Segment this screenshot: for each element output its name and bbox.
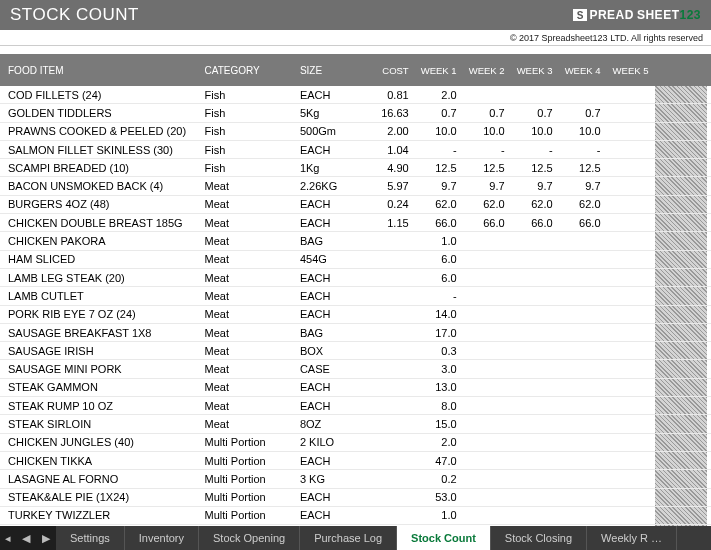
header-cost: COST [367,65,415,76]
tab-nav-next-icon[interactable]: ▶ [36,526,56,550]
cell-cost: 0.81 [367,89,415,101]
title-bar: STOCK COUNT S PREAD SHEET 123 [0,0,711,30]
cell-size: 5Kg [300,107,367,119]
cell-food: LAMB CUTLET [4,290,205,302]
cell-week3: 9.7 [511,180,559,192]
sheet-tab[interactable]: Stock Opening [199,526,300,550]
hatch-area [655,507,707,524]
cell-category: Meat [205,253,300,265]
sheet-tab[interactable]: Inventory [125,526,199,550]
cell-category: Meat [205,180,300,192]
hatch-area [655,397,707,414]
table-row[interactable]: STEAK SIRLOINMeat8OZ15.0 [0,415,711,433]
table-row[interactable]: LAMB LEG STEAK (20)MeatEACH6.0 [0,269,711,287]
header-week4: WEEK 4 [559,65,607,76]
hatch-area [655,287,707,304]
cell-week1: 13.0 [415,381,463,393]
cell-category: Multi Portion [205,436,300,448]
table-row[interactable]: STEAK&ALE PIE (1X24)Multi PortionEACH53.… [0,489,711,507]
table-row[interactable]: SAUSAGE BREAKFAST 1X8MeatBAG17.0 [0,324,711,342]
cell-cost: 1.15 [367,217,415,229]
hatch-area [655,251,707,268]
cell-food: LAMB LEG STEAK (20) [4,272,205,284]
cell-cost: 1.04 [367,144,415,156]
cell-category: Multi Portion [205,491,300,503]
cell-week1: 62.0 [415,198,463,210]
cell-cost: 0.24 [367,198,415,210]
table-row[interactable]: STEAK RUMP 10 OZMeatEACH8.0 [0,397,711,415]
cell-week2: 12.5 [463,162,511,174]
cell-week1: 0.2 [415,473,463,485]
table-row[interactable]: COD FILLETS (24)FishEACH0.812.0 [0,86,711,104]
table-row[interactable]: LAMB CUTLETMeatEACH- [0,287,711,305]
table-row[interactable]: CHICKEN PAKORAMeatBAG1.0 [0,232,711,250]
sheet-tab[interactable]: Stock Count [397,526,491,550]
cell-week1: 14.0 [415,308,463,320]
cell-food: TURKEY TWIZZLER [4,509,205,521]
hatch-area [655,269,707,286]
hatch-area [655,232,707,249]
table-row[interactable]: SCAMPI BREADED (10)Fish1Kg4.9012.512.512… [0,159,711,177]
cell-week4: 0.7 [559,107,607,119]
cell-food: SCAMPI BREADED (10) [4,162,205,174]
tab-nav-first-icon[interactable]: ◂ [0,526,16,550]
table-row[interactable]: STEAK GAMMONMeatEACH13.0 [0,379,711,397]
cell-size: EACH [300,308,367,320]
table-row[interactable]: PORK RIB EYE 7 OZ (24)MeatEACH14.0 [0,306,711,324]
cell-category: Multi Portion [205,509,300,521]
table-row[interactable]: HAM SLICEDMeat454G6.0 [0,251,711,269]
table-row[interactable]: SAUSAGE IRISHMeatBOX0.3 [0,342,711,360]
cell-category: Fish [205,89,300,101]
table-row[interactable]: PRAWNS COOKED & PEELED (20)Fish500Gm2.00… [0,123,711,141]
cell-category: Meat [205,345,300,357]
table-row[interactable]: CHICKEN TIKKAMulti PortionEACH47.0 [0,452,711,470]
cell-week4: - [559,144,607,156]
table-row[interactable]: BURGERS 4OZ (48)MeatEACH0.2462.062.062.0… [0,196,711,214]
table-row[interactable]: LASAGNE AL FORNOMulti Portion3 KG0.2 [0,470,711,488]
cell-week1: 15.0 [415,418,463,430]
cell-week2: 62.0 [463,198,511,210]
cell-size: EACH [300,217,367,229]
table-row[interactable]: CHICKEN JUNGLES (40)Multi Portion2 KILO2… [0,434,711,452]
cell-size: 500Gm [300,125,367,137]
sheet-tab[interactable]: Weekly R … [587,526,677,550]
sheet-tabs-bar: ◂ ◀ ▶ SettingsInventoryStock OpeningPurc… [0,526,711,550]
table-row[interactable]: BACON UNSMOKED BACK (4)Meat2.26KG5.979.7… [0,177,711,195]
cell-week1: 1.0 [415,235,463,247]
sheet-tab[interactable]: Settings [56,526,125,550]
logo-text1: PREAD [589,8,634,22]
cell-week4: 9.7 [559,180,607,192]
cell-week1: 3.0 [415,363,463,375]
cell-week3: 62.0 [511,198,559,210]
hatch-area [655,177,707,194]
sheet-tab[interactable]: Stock Closing [491,526,587,550]
table-row[interactable]: APPLE&BLACKBERRY (12)Sweets & DessertsEA… [0,525,711,526]
sheet-tab[interactable]: Purchase Log [300,526,397,550]
cell-week1: 6.0 [415,272,463,284]
cell-week4: 62.0 [559,198,607,210]
hatch-area [655,104,707,121]
cell-category: Meat [205,400,300,412]
hatch-area [655,159,707,176]
table-row[interactable]: CHICKEN DOUBLE BREAST 185GMeatEACH1.1566… [0,214,711,232]
cell-food: CHICKEN DOUBLE BREAST 185G [4,217,205,229]
table-row[interactable]: SALMON FILLET SKINLESS (30)FishEACH1.04-… [0,141,711,159]
cell-size: EACH [300,400,367,412]
header-week3: WEEK 3 [511,65,559,76]
cell-food: LASAGNE AL FORNO [4,473,205,485]
table-row[interactable]: GOLDEN TIDDLERSFish5Kg16.630.70.70.70.7 [0,104,711,122]
logo-text2: SHEET [637,8,680,22]
cell-food: COD FILLETS (24) [4,89,205,101]
cell-week3: 0.7 [511,107,559,119]
cell-week4: 12.5 [559,162,607,174]
tab-nav-prev-icon[interactable]: ◀ [16,526,36,550]
cell-food: STEAK GAMMON [4,381,205,393]
cell-food: STEAK SIRLOIN [4,418,205,430]
cell-week2: 66.0 [463,217,511,229]
table-header: FOOD ITEM CATEGORY SIZE COST WEEK 1 WEEK… [0,54,711,86]
table-row[interactable]: SAUSAGE MINI PORKMeatCASE3.0 [0,360,711,378]
header-week1: WEEK 1 [415,65,463,76]
cell-week3: 10.0 [511,125,559,137]
hatch-area [655,141,707,158]
table-row[interactable]: TURKEY TWIZZLERMulti PortionEACH1.0 [0,507,711,525]
